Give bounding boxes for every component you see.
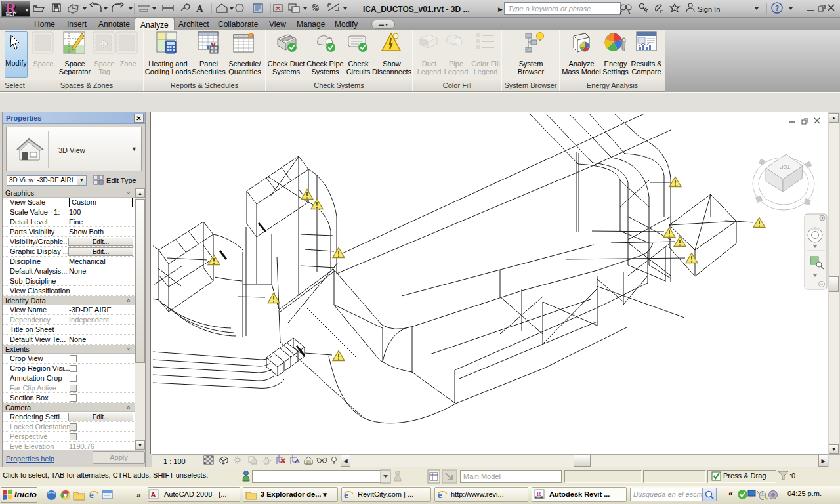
svg-text:A: A xyxy=(196,3,203,14)
svg-text:MEP: MEP xyxy=(537,496,541,499)
svg-text:»: » xyxy=(136,490,141,499)
svg-text:?: ? xyxy=(775,5,779,12)
svg-text:A: A xyxy=(151,491,156,499)
svg-text:TOP: TOP xyxy=(780,164,790,170)
svg-text:1: 1 xyxy=(102,42,105,47)
